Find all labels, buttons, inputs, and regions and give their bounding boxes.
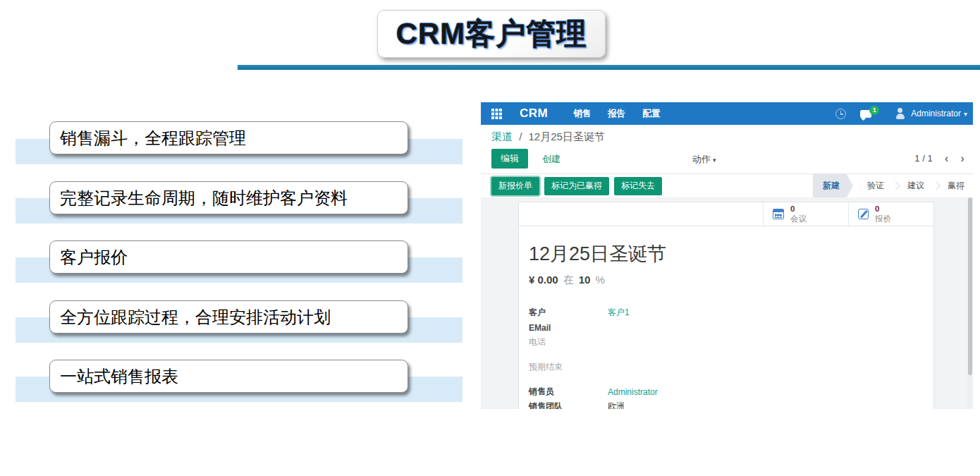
navbar-right: 1 Administrator ▾ xyxy=(835,102,967,125)
mark-won-button[interactable]: 标记为已赢得 xyxy=(544,177,609,195)
quotations-count: 0 xyxy=(875,205,891,214)
bullet-item: 全方位跟踪过程，合理安排活动计划 xyxy=(49,300,408,334)
breadcrumb-current: 12月25日圣诞节 xyxy=(529,130,605,142)
field-row-customer: 客户 客户1 xyxy=(529,305,658,320)
action-bar: 新报价单 标记为已赢得 标记失去 新建 验证 建议 赢得 xyxy=(481,174,973,197)
stat-button-row: 0 会议 0 报价 xyxy=(519,202,933,226)
vertical-scrollbar[interactable] xyxy=(967,197,972,409)
meetings-label: 会议 xyxy=(790,214,807,224)
field-label: 电话 xyxy=(529,336,608,348)
salesperson-link[interactable]: Administrator xyxy=(608,387,658,397)
slide: CRM客户管理 销售漏斗，全程跟踪管理 完整记录生命周期，随时维护客户资料 客户… xyxy=(0,0,980,476)
chevron-down-icon: ▾ xyxy=(713,157,716,164)
bullet-text: 销售漏斗，全程跟踪管理 xyxy=(60,127,246,149)
status-step-qualified[interactable]: 验证 xyxy=(859,174,893,197)
expected-revenue: ¥ 0.00 xyxy=(529,274,558,286)
menu-config[interactable]: 配置 xyxy=(642,108,660,120)
field-label: 客户 xyxy=(529,307,608,319)
control-panel: 渠道 / 12月25日圣诞节 编辑 创建 动作▾ 1 / 1 ‹ › xyxy=(481,125,973,174)
messages-button[interactable]: 1 xyxy=(860,110,871,118)
main-menu: 销售 报告 配置 xyxy=(573,108,660,120)
new-quotation-button[interactable]: 新报价单 xyxy=(491,177,539,195)
breadcrumb-parent[interactable]: 渠道 xyxy=(491,130,513,142)
field-row-email: EMail xyxy=(529,320,658,335)
pager: 1 / 1 ‹ › xyxy=(914,153,964,164)
quotations-stat-button[interactable]: 0 报价 xyxy=(848,202,933,226)
status-step-proposition[interactable]: 建议 xyxy=(899,174,933,197)
app-name: CRM xyxy=(520,106,548,121)
field-row-salesperson: 销售员 Administrator xyxy=(529,384,658,399)
bullet-item: 一站式销售报表 xyxy=(49,360,408,393)
messages-badge: 1 xyxy=(869,106,879,115)
menu-reports[interactable]: 报告 xyxy=(608,108,625,120)
field-group: 客户 客户1 EMail 电话 预期结束 xyxy=(529,305,658,409)
customer-link[interactable]: 客户1 xyxy=(608,307,630,319)
field-row-expected-closing: 预期结束 xyxy=(529,360,658,374)
action-dropdown[interactable]: 动作▾ xyxy=(692,153,716,166)
crm-app-window: CRM 销售 报告 配置 1 Administrator ▾ 渠道 / xyxy=(481,102,973,409)
status-step-won[interactable]: 赢得 xyxy=(939,174,973,197)
user-name[interactable]: Administrator xyxy=(911,109,961,118)
field-label: EMail xyxy=(529,323,608,333)
quotations-label: 报价 xyxy=(875,214,891,224)
quote-edit-icon xyxy=(858,209,869,219)
form-sheet: 0 会议 0 报价 12月25日圣诞节 ¥ 0.00 xyxy=(518,202,934,409)
bullet-text: 全方位跟踪过程，合理安排活动计划 xyxy=(60,306,331,329)
pager-value: 1 / 1 xyxy=(914,153,932,164)
breadcrumb-separator: / xyxy=(519,130,522,142)
field-label: 销售团队 xyxy=(529,401,608,409)
slide-title-box: CRM客户管理 xyxy=(377,10,606,58)
field-label: 预期结束 xyxy=(529,361,608,373)
top-navbar: CRM 销售 报告 配置 1 Administrator ▾ xyxy=(481,102,973,125)
activities-clock-icon[interactable] xyxy=(835,109,846,119)
expected-revenue-line: ¥ 0.00 在 10 % xyxy=(529,274,605,287)
user-avatar[interactable] xyxy=(894,108,906,120)
meetings-stat-button[interactable]: 0 会议 xyxy=(763,202,848,226)
pager-next-icon[interactable]: › xyxy=(960,154,964,163)
bullet-text: 完整记录生命周期，随时维护客户资料 xyxy=(60,187,348,209)
breadcrumb: 渠道 / 12月25日圣诞节 xyxy=(491,130,605,144)
field-row-phone: 电话 xyxy=(529,335,658,350)
percent-sign: % xyxy=(595,274,604,286)
user-menu-caret-icon[interactable]: ▾ xyxy=(964,110,967,118)
bullet-item: 完整记录生命周期，随时维护客户资料 xyxy=(49,181,408,214)
apps-grid-icon[interactable] xyxy=(491,109,502,119)
action-label: 动作 xyxy=(692,154,711,164)
scrollbar-thumb[interactable] xyxy=(968,197,972,375)
record-title: 12月25日圣诞节 xyxy=(529,241,666,267)
mark-lost-button[interactable]: 标记失去 xyxy=(614,177,662,195)
status-step-new[interactable]: 新建 xyxy=(813,174,853,197)
bullet-item: 销售漏斗，全程跟踪管理 xyxy=(49,121,408,154)
statusbar: 新建 验证 建议 赢得 xyxy=(813,174,973,197)
create-button[interactable]: 创建 xyxy=(542,153,561,166)
meetings-count: 0 xyxy=(790,205,807,214)
form-view-background: 0 会议 0 报价 12月25日圣诞节 ¥ 0.00 xyxy=(481,197,973,409)
pager-prev-icon[interactable]: ‹ xyxy=(945,154,949,163)
probability-value: 10 xyxy=(579,274,591,286)
calendar-icon xyxy=(773,209,784,219)
title-underline xyxy=(238,65,980,70)
field-label: 销售员 xyxy=(529,386,608,398)
bullet-text: 一站式销售报表 xyxy=(60,365,178,388)
at-label: 在 xyxy=(563,274,574,287)
edit-button[interactable]: 编辑 xyxy=(491,149,528,169)
sales-team-value: 欧洲 xyxy=(608,401,625,409)
slide-title: CRM客户管理 xyxy=(396,14,587,54)
menu-sales[interactable]: 销售 xyxy=(573,108,591,120)
bullet-item: 客户报价 xyxy=(49,240,408,274)
bullet-text: 客户报价 xyxy=(60,246,128,269)
field-row-sales-team: 销售团队 欧洲 xyxy=(529,399,658,409)
